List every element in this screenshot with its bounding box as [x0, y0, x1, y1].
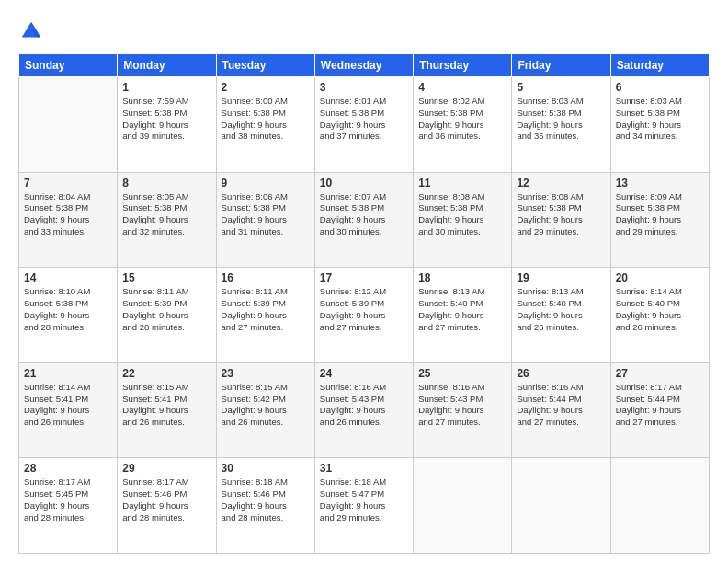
day-info: Sunrise: 8:17 AM Sunset: 5:44 PM Dayligh… [616, 382, 704, 429]
calendar-day-cell: 12Sunrise: 8:08 AM Sunset: 5:38 PM Dayli… [512, 172, 610, 268]
calendar-day-cell: 5Sunrise: 8:03 AM Sunset: 5:38 PM Daylig… [512, 77, 610, 173]
day-info: Sunrise: 8:15 AM Sunset: 5:42 PM Dayligh… [222, 382, 310, 429]
day-info: Sunrise: 8:17 AM Sunset: 5:46 PM Dayligh… [122, 477, 210, 523]
logo [18, 18, 48, 44]
day-number: 1 [122, 81, 210, 94]
day-number: 4 [418, 81, 506, 94]
calendar-day-cell: 25Sunrise: 8:16 AM Sunset: 5:43 PM Dayli… [414, 362, 512, 458]
day-info: Sunrise: 8:16 AM Sunset: 5:43 PM Dayligh… [320, 382, 408, 429]
calendar-day-cell: 3Sunrise: 8:01 AM Sunset: 5:38 PM Daylig… [314, 77, 413, 173]
calendar-header-wednesday: Wednesday [314, 54, 413, 77]
calendar-day-cell [19, 77, 118, 173]
calendar-day-cell: 21Sunrise: 8:14 AM Sunset: 5:41 PM Dayli… [19, 362, 118, 458]
header [18, 18, 710, 44]
day-info: Sunrise: 8:17 AM Sunset: 5:45 PM Dayligh… [24, 477, 112, 523]
day-info: Sunrise: 8:06 AM Sunset: 5:38 PM Dayligh… [222, 191, 310, 238]
calendar-header-sunday: Sunday [19, 54, 118, 77]
calendar: SundayMondayTuesdayWednesdayThursdayFrid… [18, 53, 710, 554]
calendar-week-row: 1Sunrise: 7:59 AM Sunset: 5:38 PM Daylig… [19, 77, 710, 173]
day-number: 14 [24, 271, 112, 284]
day-number: 5 [517, 81, 605, 94]
day-info: Sunrise: 8:11 AM Sunset: 5:39 PM Dayligh… [122, 286, 210, 333]
calendar-day-cell: 9Sunrise: 8:06 AM Sunset: 5:38 PM Daylig… [216, 172, 314, 268]
calendar-week-row: 28Sunrise: 8:17 AM Sunset: 5:45 PM Dayli… [19, 458, 710, 554]
day-number: 25 [418, 367, 506, 380]
calendar-day-cell: 18Sunrise: 8:13 AM Sunset: 5:40 PM Dayli… [414, 268, 512, 363]
day-number: 18 [418, 271, 506, 284]
day-number: 15 [122, 271, 210, 284]
calendar-day-cell: 26Sunrise: 8:16 AM Sunset: 5:44 PM Dayli… [512, 362, 610, 458]
day-number: 12 [517, 177, 605, 190]
calendar-day-cell: 24Sunrise: 8:16 AM Sunset: 5:43 PM Dayli… [314, 362, 413, 458]
calendar-day-cell: 28Sunrise: 8:17 AM Sunset: 5:45 PM Dayli… [19, 458, 118, 554]
day-info: Sunrise: 8:02 AM Sunset: 5:38 PM Dayligh… [418, 96, 506, 143]
day-info: Sunrise: 7:59 AM Sunset: 5:38 PM Dayligh… [122, 96, 210, 143]
calendar-day-cell: 14Sunrise: 8:10 AM Sunset: 5:38 PM Dayli… [19, 268, 118, 363]
day-number: 16 [222, 271, 310, 284]
day-number: 29 [122, 462, 210, 475]
calendar-day-cell: 20Sunrise: 8:14 AM Sunset: 5:40 PM Dayli… [610, 268, 709, 363]
day-info: Sunrise: 8:18 AM Sunset: 5:46 PM Dayligh… [222, 477, 310, 523]
day-number: 13 [616, 177, 704, 190]
calendar-header-tuesday: Tuesday [216, 54, 314, 77]
day-number: 9 [222, 177, 310, 190]
calendar-day-cell: 2Sunrise: 8:00 AM Sunset: 5:38 PM Daylig… [216, 77, 314, 173]
day-info: Sunrise: 8:12 AM Sunset: 5:39 PM Dayligh… [320, 286, 408, 333]
day-number: 8 [122, 177, 210, 190]
calendar-header-saturday: Saturday [610, 54, 709, 77]
day-info: Sunrise: 8:05 AM Sunset: 5:38 PM Dayligh… [122, 191, 210, 238]
calendar-day-cell: 4Sunrise: 8:02 AM Sunset: 5:38 PM Daylig… [414, 77, 512, 173]
calendar-day-cell: 22Sunrise: 8:15 AM Sunset: 5:41 PM Dayli… [118, 362, 216, 458]
day-info: Sunrise: 8:08 AM Sunset: 5:38 PM Dayligh… [418, 191, 506, 238]
calendar-day-cell: 29Sunrise: 8:17 AM Sunset: 5:46 PM Dayli… [118, 458, 216, 554]
day-number: 11 [418, 177, 506, 190]
calendar-day-cell: 11Sunrise: 8:08 AM Sunset: 5:38 PM Dayli… [414, 172, 512, 268]
day-number: 31 [320, 462, 408, 475]
calendar-day-cell: 6Sunrise: 8:03 AM Sunset: 5:38 PM Daylig… [610, 77, 709, 173]
day-number: 28 [24, 462, 112, 475]
day-info: Sunrise: 8:14 AM Sunset: 5:40 PM Dayligh… [616, 286, 704, 333]
day-number: 19 [517, 271, 605, 284]
page: SundayMondayTuesdayWednesdayThursdayFrid… [0, 0, 728, 563]
calendar-day-cell: 31Sunrise: 8:18 AM Sunset: 5:47 PM Dayli… [314, 458, 413, 554]
calendar-week-row: 21Sunrise: 8:14 AM Sunset: 5:41 PM Dayli… [19, 362, 710, 458]
calendar-week-row: 14Sunrise: 8:10 AM Sunset: 5:38 PM Dayli… [19, 268, 710, 363]
day-number: 26 [517, 367, 605, 380]
calendar-header-friday: Friday [512, 54, 610, 77]
calendar-day-cell: 15Sunrise: 8:11 AM Sunset: 5:39 PM Dayli… [118, 268, 216, 363]
calendar-day-cell [414, 458, 512, 554]
calendar-header-row: SundayMondayTuesdayWednesdayThursdayFrid… [19, 54, 710, 77]
day-number: 27 [616, 367, 704, 380]
day-number: 24 [320, 367, 408, 380]
day-number: 17 [320, 271, 408, 284]
day-info: Sunrise: 8:07 AM Sunset: 5:38 PM Dayligh… [320, 191, 408, 238]
day-info: Sunrise: 8:13 AM Sunset: 5:40 PM Dayligh… [418, 286, 506, 333]
calendar-day-cell [610, 458, 709, 554]
calendar-day-cell: 17Sunrise: 8:12 AM Sunset: 5:39 PM Dayli… [314, 268, 413, 363]
day-info: Sunrise: 8:15 AM Sunset: 5:41 PM Dayligh… [122, 382, 210, 429]
day-number: 21 [24, 367, 112, 380]
calendar-header-monday: Monday [118, 54, 216, 77]
day-number: 22 [122, 367, 210, 380]
calendar-day-cell: 19Sunrise: 8:13 AM Sunset: 5:40 PM Dayli… [512, 268, 610, 363]
calendar-day-cell: 30Sunrise: 8:18 AM Sunset: 5:46 PM Dayli… [216, 458, 314, 554]
calendar-day-cell: 16Sunrise: 8:11 AM Sunset: 5:39 PM Dayli… [216, 268, 314, 363]
day-number: 20 [616, 271, 704, 284]
day-info: Sunrise: 8:16 AM Sunset: 5:43 PM Dayligh… [418, 382, 506, 429]
calendar-day-cell [512, 458, 610, 554]
day-info: Sunrise: 8:09 AM Sunset: 5:38 PM Dayligh… [616, 191, 704, 238]
calendar-day-cell: 8Sunrise: 8:05 AM Sunset: 5:38 PM Daylig… [118, 172, 216, 268]
calendar-week-row: 7Sunrise: 8:04 AM Sunset: 5:38 PM Daylig… [19, 172, 710, 268]
calendar-day-cell: 10Sunrise: 8:07 AM Sunset: 5:38 PM Dayli… [314, 172, 413, 268]
calendar-day-cell: 1Sunrise: 7:59 AM Sunset: 5:38 PM Daylig… [118, 77, 216, 173]
day-info: Sunrise: 8:08 AM Sunset: 5:38 PM Dayligh… [517, 191, 605, 238]
day-info: Sunrise: 8:18 AM Sunset: 5:47 PM Dayligh… [320, 477, 408, 523]
day-info: Sunrise: 8:13 AM Sunset: 5:40 PM Dayligh… [517, 286, 605, 333]
day-info: Sunrise: 8:16 AM Sunset: 5:44 PM Dayligh… [517, 382, 605, 429]
logo-icon [18, 18, 44, 44]
calendar-day-cell: 7Sunrise: 8:04 AM Sunset: 5:38 PM Daylig… [19, 172, 118, 268]
calendar-day-cell: 27Sunrise: 8:17 AM Sunset: 5:44 PM Dayli… [610, 362, 709, 458]
day-info: Sunrise: 8:03 AM Sunset: 5:38 PM Dayligh… [517, 96, 605, 143]
day-number: 7 [24, 177, 112, 190]
day-number: 10 [320, 177, 408, 190]
